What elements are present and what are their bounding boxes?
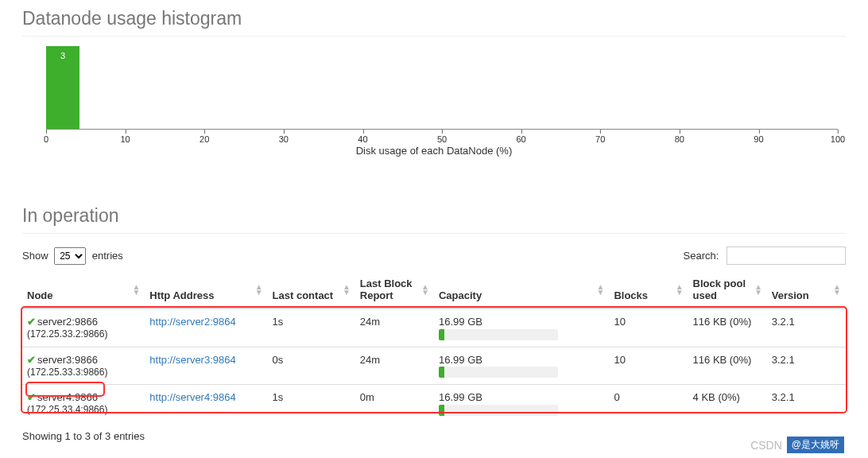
axis-tick: 70: [595, 130, 605, 144]
status-check-icon: ✔: [27, 354, 36, 366]
table-search-control: Search:: [684, 246, 846, 265]
col-http[interactable]: Http Address▲▼: [145, 271, 267, 309]
divider: [22, 36, 846, 37]
node-ip: (172.25.33.4:9866): [27, 404, 107, 415]
cell-http: http://server2:9864: [145, 309, 267, 347]
capacity-bar: [439, 329, 558, 340]
axis-tick: 30: [279, 130, 289, 144]
datanode-table: Node▲▼ Http Address▲▼ Last contact▲▼ Las…: [22, 271, 846, 422]
table-row: ✔server4:9866 (172.25.33.4:9866) http://…: [22, 385, 846, 422]
status-check-icon: ✔: [27, 391, 36, 403]
col-last-contact[interactable]: Last contact▲▼: [268, 271, 355, 309]
histogram-title: Datanode usage histogram: [22, 8, 846, 29]
axis-tick: 0: [44, 130, 48, 144]
sort-icon: ▲▼: [132, 284, 140, 295]
cell-last-block: 24m: [355, 347, 434, 385]
cell-version: 3.2.1: [767, 347, 846, 385]
axis-tick: 40: [358, 130, 367, 144]
col-version[interactable]: Version▲▼: [767, 271, 846, 309]
cell-http: http://server3:9864: [145, 347, 267, 385]
cell-blocks: 0: [609, 385, 688, 422]
axis-tick: 10: [120, 130, 130, 144]
axis-tick: 50: [437, 130, 447, 144]
sort-icon: ▲▼: [421, 284, 429, 295]
sort-icon: ▲▼: [754, 284, 762, 295]
search-label: Search:: [684, 250, 719, 262]
histogram-bar-value: 3: [46, 51, 79, 60]
node-host: server3:9866: [37, 354, 98, 366]
cell-http: http://server4:9864: [145, 385, 267, 422]
capacity-text: 16.99 GB: [439, 391, 494, 403]
sort-icon: ▲▼: [597, 284, 605, 295]
cell-last-contact: 0s: [268, 347, 355, 385]
watermark-text: CSDN: [750, 439, 782, 442]
axis-tick: 80: [675, 130, 684, 144]
cell-last-block: 0m: [355, 385, 434, 422]
node-ip: (172.25.33.3:9866): [27, 367, 107, 378]
entries-label: entries: [92, 250, 123, 262]
operation-title: In operation: [22, 205, 846, 227]
http-link[interactable]: http://server2:9864: [149, 316, 235, 328]
sort-icon: ▲▼: [343, 284, 351, 295]
cell-pool-used: 4 KB (0%): [688, 385, 767, 422]
cell-version: 3.2.1: [767, 385, 846, 422]
cell-node: ✔server4:9866 (172.25.33.4:9866): [22, 385, 145, 422]
col-node[interactable]: Node▲▼: [22, 271, 145, 309]
divider: [22, 233, 846, 234]
node-host: server2:9866: [37, 316, 98, 328]
col-last-block[interactable]: Last Block Report▲▼: [355, 271, 434, 309]
cell-last-block: 24m: [355, 309, 434, 347]
sort-icon: ▲▼: [676, 284, 684, 295]
watermark: CSDN @是大姚呀: [750, 437, 844, 442]
col-pool-used[interactable]: Block pool used▲▼: [688, 271, 767, 309]
capacity-text: 16.99 GB: [439, 316, 494, 328]
histogram-xlabel: Disk usage of each DataNode (%): [22, 145, 846, 157]
cell-blocks: 10: [609, 309, 688, 347]
node-host: server4:9866: [37, 391, 98, 403]
cell-version: 3.2.1: [767, 309, 846, 347]
col-blocks[interactable]: Blocks▲▼: [609, 271, 688, 309]
status-check-icon: ✔: [27, 316, 36, 328]
axis-tick: 90: [754, 130, 763, 144]
cell-capacity: 16.99 GB: [434, 347, 609, 385]
capacity-text: 16.99 GB: [439, 354, 494, 366]
histogram-bar: 3: [46, 46, 79, 129]
cell-last-contact: 1s: [268, 309, 355, 347]
sort-icon: ▲▼: [833, 284, 841, 295]
http-link[interactable]: http://server3:9864: [149, 354, 235, 366]
cell-capacity: 16.99 GB: [434, 385, 609, 422]
cell-blocks: 10: [609, 347, 688, 385]
capacity-bar: [439, 405, 558, 416]
show-label: Show: [22, 250, 48, 262]
axis-tick: 20: [200, 130, 209, 144]
axis-tick: 60: [516, 130, 525, 144]
search-input[interactable]: [727, 246, 846, 265]
cell-pool-used: 116 KB (0%): [688, 309, 767, 347]
http-link[interactable]: http://server4:9864: [149, 391, 235, 403]
table-info: Showing 1 to 3 of 3 entries: [22, 430, 846, 442]
table-row: ✔server3:9866 (172.25.33.3:9866) http://…: [22, 347, 846, 385]
histogram-chart: 3 0102030405060708090100 Disk usage of e…: [22, 46, 846, 165]
cell-last-contact: 1s: [268, 385, 355, 422]
cell-capacity: 16.99 GB: [434, 309, 609, 347]
watermark-badge: @是大姚呀: [787, 437, 844, 442]
page-size-select[interactable]: 25: [54, 247, 86, 265]
cell-pool-used: 116 KB (0%): [688, 347, 767, 385]
sort-icon: ▲▼: [255, 284, 263, 295]
capacity-bar: [439, 367, 558, 378]
axis-tick: 100: [831, 130, 845, 144]
cell-node: ✔server3:9866 (172.25.33.3:9866): [22, 347, 145, 385]
table-length-control: Show 25 entries: [22, 247, 123, 265]
col-capacity[interactable]: Capacity▲▼: [434, 271, 609, 309]
cell-node: ✔server2:9866 (172.25.33.2:9866): [22, 309, 145, 347]
table-row: ✔server2:9866 (172.25.33.2:9866) http://…: [22, 309, 846, 347]
node-ip: (172.25.33.2:9866): [27, 328, 107, 340]
